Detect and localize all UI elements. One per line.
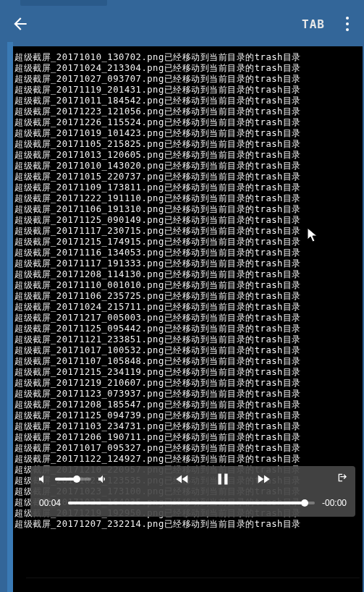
- terminal-line: 超级截屏_20171206_190711.png已经移动到当前目录的trash目…: [14, 432, 363, 443]
- terminal-line: 超级截屏_20171223_121056.png已经移动到当前目录的trash目…: [14, 106, 363, 117]
- terminal-line: 超级截屏_20171116_134053.png已经移动到当前目录的trash目…: [14, 248, 363, 258]
- tab-button[interactable]: TAB: [290, 17, 337, 31]
- seek-slider[interactable]: [68, 502, 315, 504]
- share-icon: [337, 472, 348, 483]
- terminal-line: 超级截屏_20171024_215711.png已经移动到当前目录的trash目…: [14, 302, 363, 313]
- terminal-footer: [26, 578, 360, 592]
- terminal-line: 超级截屏_20171217_005003.png已经移动到当前目录的trash目…: [14, 313, 363, 324]
- back-arrow-icon: [11, 14, 30, 33]
- terminal-line: 超级截屏_20171107_105848.png已经移动到当前目录的trash目…: [14, 356, 363, 367]
- pause-icon: [213, 470, 232, 489]
- skip-back-icon: [174, 471, 190, 487]
- terminal-line: 超级截屏_20171215_174915.png已经移动到当前目录的trash目…: [14, 237, 363, 248]
- terminal-line: 超级截屏_20171019_101423.png已经移动到当前目录的trash目…: [14, 128, 363, 139]
- terminal-line: 超级截屏_20171110_001010.png已经移动到当前目录的trash目…: [14, 280, 363, 291]
- terminal-line: 超级截屏_20171024_213304.png已经移动到当前目录的trash目…: [14, 63, 363, 74]
- terminal-line: 超级截屏_20171013_120605.png已经移动到当前目录的trash目…: [14, 150, 363, 161]
- terminal-line: 超级截屏_20171125_095442.png已经移动到当前目录的trash目…: [14, 324, 363, 334]
- terminal-line: 超级截屏_20171109_173811.png已经移动到当前目录的trash目…: [14, 182, 363, 193]
- terminal-line: 超级截屏_20171125_094739.png已经移动到当前目录的trash目…: [14, 410, 363, 421]
- window-tab-indicator: [20, 0, 107, 6]
- terminal-line: 超级截屏_20171119_201431.png已经移动到当前目录的trash目…: [14, 85, 363, 96]
- terminal-line: 超级截屏_20171121_233851.png已经移动到当前目录的trash目…: [14, 334, 363, 345]
- terminal-line: 超级截屏_20171105_215825.png已经移动到当前目录的trash目…: [14, 139, 363, 150]
- terminal-line: 超级截屏_20171106_235725.png已经移动到当前目录的trash目…: [14, 291, 363, 302]
- terminal-line: 超级截屏_20171011_184542.png已经移动到当前目录的trash目…: [14, 96, 363, 106]
- share-button[interactable]: [337, 472, 348, 486]
- terminal-left-trim: [7, 42, 13, 592]
- terminal-line: 超级截屏_20171027_093707.png已经移动到当前目录的trash目…: [14, 74, 363, 85]
- remaining-time: -00:00: [322, 498, 347, 508]
- terminal-line: 超级截屏_20171117_191333.png已经移动到当前目录的trash目…: [14, 258, 363, 269]
- more-vert-icon: [346, 15, 349, 33]
- terminal-line: 超级截屏_20171015_220737.png已经移动到当前目录的trash目…: [14, 172, 363, 182]
- skip-forward-icon: [255, 471, 271, 487]
- rewind-button[interactable]: [174, 471, 190, 487]
- terminal-line: 超级截屏_20171123_073937.png已经移动到当前目录的trash目…: [14, 389, 363, 399]
- terminal-line: 超级截屏_20171207_232214.png已经移动到当前目录的trash目…: [14, 519, 363, 530]
- terminal-line: 超级截屏_20171010_130702.png已经移动到当前目录的trash目…: [14, 52, 363, 63]
- volume-slider[interactable]: [55, 478, 91, 481]
- terminal-line: 超级截屏_20171103_234731.png已经移动到当前目录的trash目…: [14, 421, 363, 432]
- elapsed-time: 00:04: [39, 498, 61, 508]
- terminal-line: 超级截屏_20171017_095327.png已经移动到当前目录的trash目…: [14, 443, 363, 454]
- terminal-line: 超级截屏_20171208_185547.png已经移动到当前目录的trash目…: [14, 399, 363, 410]
- terminal-line: 超级截屏_20171117_230715.png已经移动到当前目录的trash目…: [14, 226, 363, 237]
- overflow-menu-button[interactable]: [337, 9, 358, 38]
- forward-button[interactable]: [255, 471, 271, 487]
- back-button[interactable]: [6, 9, 35, 38]
- terminal-line: 超级截屏_20171208_114130.png已经移动到当前目录的trash目…: [14, 269, 363, 280]
- terminal-line: 超级截屏_20171125_090149.png已经移动到当前目录的trash目…: [14, 215, 363, 226]
- terminal-line: 超级截屏_20171215_234119.png已经移动到当前目录的trash目…: [14, 367, 363, 378]
- media-player-overlay: 00:04 -00:00: [30, 466, 355, 517]
- terminal-line: 超级截屏_20171122_124927.png已经移动到当前目录的trash目…: [14, 454, 363, 465]
- volume-icon[interactable]: [38, 473, 49, 485]
- terminal-line: 超级截屏_20171226_115524.png已经移动到当前目录的trash目…: [14, 117, 363, 128]
- terminal-line: 超级截屏_20171017_100532.png已经移动到当前目录的trash目…: [14, 345, 363, 356]
- play-pause-button[interactable]: [213, 470, 232, 489]
- terminal-line: 超级截屏_20171010_143020.png已经移动到当前目录的trash目…: [14, 161, 363, 172]
- volume-high-icon: [97, 473, 109, 485]
- app-header: TAB: [0, 6, 364, 42]
- terminal-line: 超级截屏_20171219_210607.png已经移动到当前目录的trash目…: [14, 378, 363, 389]
- terminal-line: 超级截屏_20171222_191110.png已经移动到当前目录的trash目…: [14, 193, 363, 204]
- terminal-line: 超级截屏_20171106_191310.png已经移动到当前目录的trash目…: [14, 204, 363, 215]
